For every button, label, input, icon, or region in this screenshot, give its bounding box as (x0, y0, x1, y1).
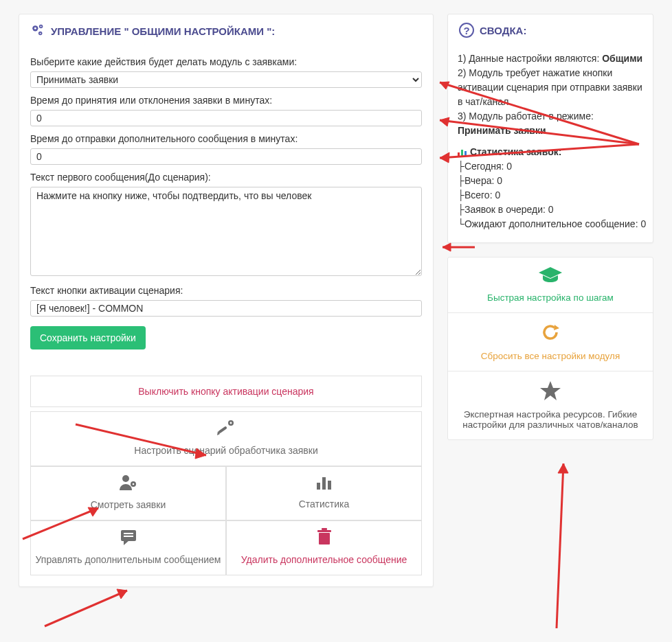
svg-rect-20 (319, 533, 330, 544)
svg-point-9 (230, 422, 232, 424)
svg-marker-28 (540, 381, 561, 400)
save-button[interactable]: Сохранить настройки (30, 326, 146, 349)
time-extra-label: Время до отправки дополнительного сообще… (30, 133, 422, 144)
side-quick-actions: Быстрая настройка по шагам Сбросить все … (447, 257, 653, 440)
main-panel-header: УПРАВЛЕНИЕ " ОБЩИМИ НАСТРОЙКАМИ ": (19, 14, 433, 47)
pencil-gear-icon (216, 419, 236, 441)
svg-marker-26 (539, 267, 562, 278)
gears-icon (30, 23, 45, 40)
svg-rect-24 (461, 150, 463, 157)
main-settings-panel: УПРАВЛЕНИЕ " ОБЩИМИ НАСТРОЙКАМИ ": Выбер… (19, 14, 434, 587)
stat-total: ├Всего: 0 (458, 188, 643, 203)
card-label: Экспертная настройка ресурсов. Гибкие на… (455, 409, 646, 430)
svg-marker-27 (554, 325, 559, 330)
stats-header: Статистика заявок: (458, 145, 643, 159)
message-icon (119, 528, 138, 550)
stat-today: ├Сегодня: 0 (458, 159, 643, 174)
graduation-cap-icon (539, 267, 562, 288)
user-gear-icon (119, 474, 138, 496)
svg-point-12 (132, 483, 134, 485)
tile-label: Настроить сценарий обработчика заявки (134, 445, 317, 456)
button-text-input[interactable] (30, 300, 422, 317)
time-accept-input[interactable] (30, 110, 422, 126)
svg-rect-19 (124, 536, 133, 537)
summary-line-1: 1) Данные настройки являются: Общими (458, 51, 643, 66)
tile-delete-extra-message[interactable]: Удалить дополнительное сообщение (226, 520, 422, 575)
time-extra-input[interactable] (30, 148, 422, 165)
svg-rect-21 (317, 530, 331, 532)
tile-statistics[interactable]: Статистика (226, 466, 422, 521)
tile-label: Статистика (299, 498, 350, 509)
time-accept-label: Время до принятия или отклонения заявки … (30, 95, 422, 106)
action-tiles: Настроить сценарий обработчика заявки См… (30, 411, 422, 575)
svg-point-3 (41, 26, 42, 27)
svg-rect-22 (322, 528, 327, 530)
svg-rect-15 (328, 481, 331, 490)
main-panel-title: УПРАВЛЕНИЕ " ОБЩИМИ НАСТРОЙКАМИ ": (51, 25, 275, 37)
svg-rect-13 (317, 483, 320, 490)
tile-view-requests[interactable]: Смотреть заявки (30, 466, 226, 521)
refresh-icon (541, 323, 560, 347)
summary-header: ? СВОДКА: (448, 14, 653, 45)
tile-manage-extra-message[interactable]: Управлять дополнительным сообщением (30, 520, 226, 575)
expert-settings-card[interactable]: Экспертная настройка ресурсов. Гибкие на… (448, 371, 653, 439)
svg-point-1 (34, 27, 36, 30)
svg-point-5 (40, 33, 41, 34)
summary-title: СВОДКА: (480, 25, 526, 36)
card-label: Быстрая настройка по шагам (487, 293, 614, 303)
action-select-label: Выберите какие действия будет делать мод… (30, 56, 422, 67)
tile-label: Удалить дополнительное сообщение (241, 554, 407, 565)
trash-icon (317, 528, 332, 550)
summary-line-3: 3) Модуль работает в режиме: Принимать з… (458, 109, 643, 138)
tile-label: Управлять дополнительным сообщением (36, 554, 221, 565)
svg-marker-17 (124, 540, 129, 545)
first-msg-label: Текст первого сообщения(До сценария): (30, 172, 422, 183)
question-icon: ? (459, 23, 474, 38)
action-select[interactable]: Принимать заявки (30, 71, 422, 88)
stat-yesterday: ├Вчера: 0 (458, 174, 643, 188)
reset-settings-card[interactable]: Сбросить все настройки модуля (448, 313, 653, 371)
stat-queue: ├Заявок в очереди: 0 (458, 203, 643, 217)
svg-rect-18 (124, 533, 133, 534)
bar-chart-icon (315, 474, 333, 495)
first-msg-textarea[interactable]: Нажмите на кнопку ниже, чтобы подтвердит… (30, 187, 422, 276)
svg-point-10 (122, 475, 129, 482)
svg-rect-23 (458, 152, 460, 157)
mini-chart-icon (458, 146, 467, 161)
card-label: Сбросить все настройки модуля (481, 351, 620, 361)
tile-configure-scenario[interactable]: Настроить сценарий обработчика заявки (30, 411, 422, 466)
svg-rect-25 (464, 151, 467, 157)
summary-panel: ? СВОДКА: 1) Данные настройки являются: … (447, 14, 653, 243)
disable-activation-button[interactable]: Выключить кнопку активации сценария (30, 376, 422, 407)
button-text-label: Текст кнопки активации сценария: (30, 285, 422, 296)
stat-await: └Ожидают дополнительное сообщение: 0 (458, 217, 643, 231)
star-icon (540, 381, 561, 405)
svg-rect-14 (322, 477, 326, 490)
summary-line-2: 2) Модуль требует нажатие кнопки активац… (458, 66, 643, 109)
tile-label: Смотреть заявки (91, 499, 166, 510)
quick-setup-card[interactable]: Быстрая настройка по шагам (448, 257, 653, 313)
svg-rect-6 (218, 426, 227, 433)
